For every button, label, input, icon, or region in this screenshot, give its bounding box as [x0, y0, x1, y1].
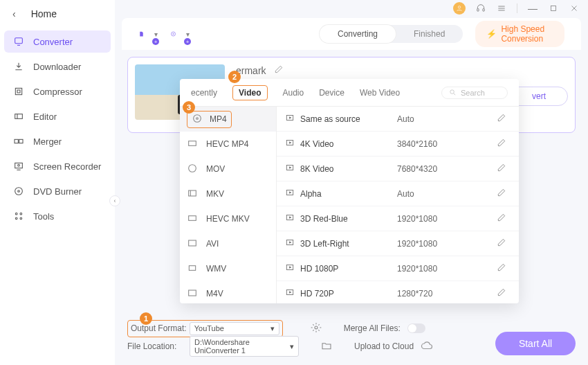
- preset-row[interactable]: 3D Left-Right1920*1080: [277, 231, 519, 256]
- user-avatar[interactable]: [453, 2, 466, 15]
- svg-point-16: [18, 164, 20, 166]
- svg-rect-11: [15, 114, 23, 119]
- edit-preset-icon[interactable]: [497, 262, 511, 274]
- headset-icon[interactable]: [475, 3, 486, 14]
- menu-icon[interactable]: [496, 3, 507, 14]
- format-m4v[interactable]: M4V: [180, 281, 276, 303]
- add-dvd-button[interactable]: +▾: [170, 24, 190, 44]
- step-badge-3: 3: [183, 101, 195, 114]
- minimize-icon[interactable]: —: [527, 3, 538, 14]
- segment-finished[interactable]: Finished: [396, 25, 463, 43]
- sidebar-item-compressor[interactable]: Compressor: [4, 80, 111, 103]
- add-file-button[interactable]: +▾: [138, 24, 158, 44]
- sidebar-header[interactable]: ‹ Home: [0, 0, 115, 28]
- rename-icon[interactable]: [274, 65, 284, 76]
- convert-icon: [12, 36, 25, 47]
- sidebar-item-editor[interactable]: Editor: [4, 105, 111, 127]
- svg-marker-46: [289, 142, 291, 143]
- preset-row[interactable]: 3D Red-Blue1920*1080: [277, 206, 519, 231]
- format-label: HEVC MKV: [206, 214, 250, 224]
- video-out-icon: [285, 213, 300, 224]
- svg-rect-10: [15, 88, 21, 94]
- sidebar-item-downloader[interactable]: Downloader: [4, 55, 111, 78]
- format-wmv[interactable]: WMV: [180, 256, 276, 281]
- sidebar-item-converter[interactable]: Converter: [4, 30, 111, 53]
- tab-video[interactable]: Video: [232, 85, 267, 100]
- tab-web-video[interactable]: Web Video: [360, 88, 400, 98]
- preset-name: 3D Left-Right: [300, 239, 397, 249]
- preset-row[interactable]: 8K Video7680*4320: [277, 157, 519, 181]
- maximize-icon[interactable]: [548, 3, 559, 14]
- highspeed-button[interactable]: ⚡High Speed Conversion: [475, 21, 564, 47]
- avi-icon: [187, 238, 199, 251]
- svg-rect-15: [15, 163, 23, 168]
- upload-cloud-label: Upload to Cloud: [354, 341, 414, 351]
- sidebar: ‹ Home Converter Downloader Compressor E…: [0, 0, 115, 365]
- edit-preset-icon[interactable]: [497, 287, 511, 299]
- settings-icon[interactable]: [311, 322, 322, 335]
- edit-preset-icon[interactable]: [497, 188, 511, 199]
- tab-device[interactable]: Device: [319, 88, 344, 98]
- sidebar-item-screen-recorder[interactable]: Screen Recorder: [4, 155, 111, 177]
- merge-toggle[interactable]: [407, 323, 425, 333]
- format-label: MP4: [210, 114, 227, 124]
- preset-name: 4K Video: [300, 139, 397, 149]
- format-hevc-mkv[interactable]: HEVC MKV: [180, 206, 276, 231]
- popup-tabs: ecently Video Audio Device Web Video Sea…: [180, 79, 519, 107]
- format-hevc-mp4[interactable]: HEVC MP4: [180, 132, 276, 157]
- svg-marker-44: [289, 117, 291, 118]
- back-icon[interactable]: ‹: [12, 8, 16, 19]
- home-label: Home: [31, 8, 57, 19]
- video-out-icon: [285, 138, 300, 150]
- output-format-select[interactable]: YouTube▾: [190, 322, 279, 335]
- start-all-button[interactable]: Start All: [495, 332, 576, 355]
- sidebar-item-merger[interactable]: Merger: [4, 130, 111, 152]
- tab-audio[interactable]: Audio: [283, 88, 304, 98]
- close-icon[interactable]: [569, 3, 580, 14]
- svg-point-30: [315, 326, 318, 329]
- preset-name: HD 720P: [300, 289, 397, 299]
- hevc-icon: [187, 138, 199, 151]
- svg-rect-1: [477, 9, 479, 11]
- edit-preset-icon[interactable]: [497, 138, 511, 150]
- edit-preset-icon[interactable]: [497, 113, 511, 125]
- segment-converting[interactable]: Converting: [320, 25, 396, 43]
- svg-rect-2: [483, 9, 484, 11]
- tab-recently[interactable]: ecently: [191, 88, 217, 98]
- preset-list: Same as sourceAuto4K Video3840*21608K Vi…: [277, 107, 519, 303]
- edit-preset-icon[interactable]: [497, 213, 511, 224]
- svg-point-36: [189, 164, 196, 172]
- preset-res: 1920*1080: [397, 239, 497, 249]
- preset-name: HD 1080P: [300, 264, 397, 274]
- file-location-select[interactable]: D:\Wondershare UniConverter 1▾: [190, 336, 299, 357]
- format-mov[interactable]: MOV: [180, 157, 276, 181]
- sidebar-item-tools[interactable]: Tools: [4, 205, 111, 227]
- format-avi[interactable]: AVI: [180, 231, 276, 256]
- step-badge-2: 2: [228, 71, 241, 83]
- output-format-label: Output Format:: [131, 323, 187, 333]
- status-segment: Converting Finished: [320, 25, 463, 43]
- edit-preset-icon[interactable]: [497, 163, 511, 175]
- wmv-icon: [187, 262, 199, 276]
- sidebar-item-dvd-burner[interactable]: DVD Burner: [4, 180, 111, 202]
- preset-row[interactable]: Same as sourceAuto: [277, 107, 519, 132]
- cloud-icon[interactable]: [421, 339, 433, 354]
- sidebar-item-label: Merger: [33, 136, 62, 147]
- svg-point-0: [458, 6, 460, 8]
- edit-preset-icon[interactable]: [497, 238, 511, 249]
- svg-point-18: [15, 188, 23, 195]
- svg-rect-42: [189, 290, 196, 296]
- preset-row[interactable]: 4K Video3840*2160: [277, 132, 519, 157]
- preset-row[interactable]: HD 1080P1920*1080: [277, 256, 519, 281]
- video-out-icon: [285, 113, 300, 125]
- video-out-icon: [285, 188, 300, 199]
- preset-row[interactable]: HD 720P1280*720: [277, 281, 519, 303]
- preset-res: 1920*1080: [397, 214, 497, 224]
- sidebar-item-label: Screen Recorder: [33, 161, 101, 172]
- folder-icon[interactable]: [321, 340, 332, 353]
- preset-row[interactable]: AlphaAuto: [277, 181, 519, 206]
- search-input[interactable]: Search: [441, 87, 508, 99]
- dvd-icon: [12, 186, 25, 197]
- format-mkv[interactable]: MKV: [180, 181, 276, 206]
- plus-badge-icon: +: [152, 38, 159, 45]
